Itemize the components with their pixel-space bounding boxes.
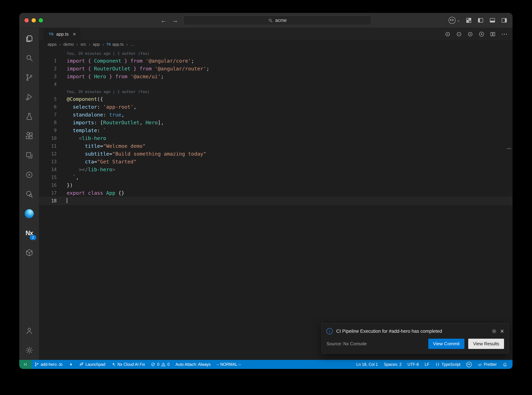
status-eol[interactable]: LF [422, 360, 432, 369]
status-nx-cloud-ai-fix[interactable]: Nx Cloud AI Fix [108, 360, 148, 369]
notification-close-icon[interactable]: × [500, 328, 504, 335]
activity-nx-console[interactable]: Nx2 [19, 223, 39, 243]
status-copilot[interactable] [463, 360, 475, 369]
activity-source-control[interactable] [19, 68, 39, 87]
line-number: 7 [39, 111, 57, 119]
activity-settings[interactable] [19, 340, 39, 360]
status-problems[interactable]: 00 [148, 360, 172, 369]
window-controls [25, 18, 43, 22]
status-nx-target[interactable] [66, 360, 76, 369]
activity-search[interactable] [19, 48, 39, 68]
activity-extensions[interactable] [19, 126, 39, 146]
activity-accounts[interactable] [19, 321, 39, 340]
files-icon [25, 34, 33, 43]
status-language-mode[interactable]: TypeScript [432, 360, 463, 369]
beaker-icon [25, 112, 33, 121]
code-line-10[interactable]: 10 <lib-hero [39, 134, 513, 142]
desktop-background: ← → acme ⌄ [0, 0, 532, 395]
breadcrumb-item-demo[interactable]: demo [63, 42, 74, 47]
minimize-window-button[interactable] [32, 18, 36, 22]
view-results-button[interactable]: View Results [468, 339, 504, 349]
customize-layout-icon[interactable] [466, 17, 472, 23]
slash-icon [151, 362, 155, 367]
breadcrumb-item-[interactable]: … [130, 42, 134, 47]
status-notifications[interactable] [500, 360, 510, 369]
status-git-branch[interactable]: add-hero [32, 360, 66, 369]
code-line-1[interactable]: 1import { Component } from '@angular/cor… [39, 57, 513, 65]
editor[interactable]: You, 26 minutes ago | 1 author (You)1imp… [39, 48, 513, 360]
workspace-search-text: acme [275, 18, 287, 23]
code-line-12[interactable]: 12 subtitle="Build something amazing tod… [39, 150, 513, 158]
status-indentation[interactable]: Spaces: 2 [381, 360, 404, 369]
status-remote-indicator[interactable] [19, 360, 32, 369]
blame-annotation[interactable]: You, 26 minutes ago | 1 author (You) [39, 50, 513, 57]
braces-icon [435, 362, 440, 367]
split-editor-icon[interactable] [490, 31, 496, 37]
status-auto-attach[interactable]: Auto Attach: Always [172, 360, 214, 369]
toggle-primary-sidebar-icon[interactable] [478, 17, 484, 23]
notification-settings-icon[interactable] [492, 329, 497, 334]
copilot-menu[interactable]: ⌄ [449, 17, 460, 24]
code-line-17[interactable]: 17export class App {} [39, 189, 513, 197]
code-line-9[interactable]: 9 template: ` [39, 126, 513, 134]
status-cursor-position[interactable]: Ln 18, Col 1 [353, 360, 381, 369]
notification-source: Source: Nx Console [327, 341, 425, 346]
command-center-search[interactable]: acme [183, 16, 371, 25]
blame-annotation[interactable]: You, 26 minutes ago | 1 author (You) [39, 88, 513, 95]
nx-badge: 2 [30, 235, 36, 240]
line-number: 8 [39, 119, 57, 126]
code-line-11[interactable]: 11 title="Welcmoe demo" [39, 142, 513, 150]
code-line-16[interactable]: 16}) [39, 181, 513, 189]
activity-edge-tools[interactable] [19, 204, 39, 223]
tab-close-icon[interactable]: × [73, 31, 76, 37]
code-line-2[interactable]: 2import { RouterOutlet } from '@angular/… [39, 65, 513, 73]
line-number: 6 [39, 103, 57, 111]
toggle-panel-icon[interactable] [489, 17, 495, 23]
activity-containers[interactable] [19, 243, 39, 262]
breadcrumb-item-src[interactable]: src [81, 42, 86, 47]
line-number: 14 [39, 166, 57, 174]
status-vim-mode[interactable]: -- NORMAL -- [214, 360, 244, 369]
history-forward-icon[interactable]: → [172, 17, 178, 23]
run-file-icon[interactable] [479, 31, 484, 37]
status-formatter[interactable]: Prettier [475, 360, 500, 369]
code-line-14[interactable]: 14 ></lib-hero> [39, 166, 513, 174]
breadcrumb-item-apps[interactable]: apps [48, 42, 57, 47]
status-encoding[interactable]: UTF-8 [404, 360, 422, 369]
tab-app.ts[interactable]: TSapp.ts× [44, 28, 80, 40]
target-circle-icon[interactable] [456, 31, 462, 37]
view-commit-button[interactable]: View Commit [428, 339, 465, 349]
status-launchpad[interactable]: Launchpad [76, 360, 108, 369]
sparkle-icon [111, 362, 116, 367]
activity-code-search[interactable] [19, 184, 39, 204]
activity-run-and-debug[interactable] [19, 87, 39, 107]
code-line-13[interactable]: 13 cta="Get Started" [39, 158, 513, 166]
cloud-up-icon [58, 362, 63, 367]
code-line-3[interactable]: 3import { Hero } from '@acme/ui'; [39, 73, 513, 81]
zoom-window-button[interactable] [39, 18, 43, 22]
history-back-icon[interactable]: ← [161, 17, 167, 23]
previous-change-icon[interactable] [445, 31, 451, 37]
code-line-5[interactable]: 5@Component({ [39, 95, 513, 103]
breadcrumb-item-appts[interactable]: TSapp.ts [107, 42, 124, 47]
activity-remote-explorer[interactable] [19, 146, 39, 165]
breadcrumb-item-app[interactable]: app [93, 42, 100, 47]
toggle-secondary-sidebar-icon[interactable] [501, 17, 507, 23]
close-window-button[interactable] [25, 18, 29, 22]
code-line-8[interactable]: 8 imports: [RouterOutlet, Hero], [39, 119, 513, 126]
code-line-6[interactable]: 6 selector: 'app-root', [39, 103, 513, 111]
status-bar: add-heroLaunchpadNx Cloud AI Fix00Auto A… [19, 360, 513, 369]
vscode-window: ← → acme ⌄ [19, 13, 513, 369]
activity-recorder[interactable] [19, 165, 39, 184]
activity-testing[interactable] [19, 107, 39, 126]
code-line-7[interactable]: 7 standalone: true, [39, 111, 513, 119]
code-line-18[interactable]: 18 [39, 197, 513, 205]
activity-explorer[interactable] [19, 29, 39, 48]
code-line-4[interactable]: 4 [39, 81, 513, 88]
more-actions-icon[interactable]: ⋯ [501, 31, 508, 37]
code-line-15[interactable]: 15 `, [39, 174, 513, 181]
next-change-icon[interactable] [467, 31, 473, 37]
gear-icon [25, 346, 33, 354]
breadcrumb-separator: › [126, 42, 128, 47]
line-number: 4 [39, 81, 57, 88]
